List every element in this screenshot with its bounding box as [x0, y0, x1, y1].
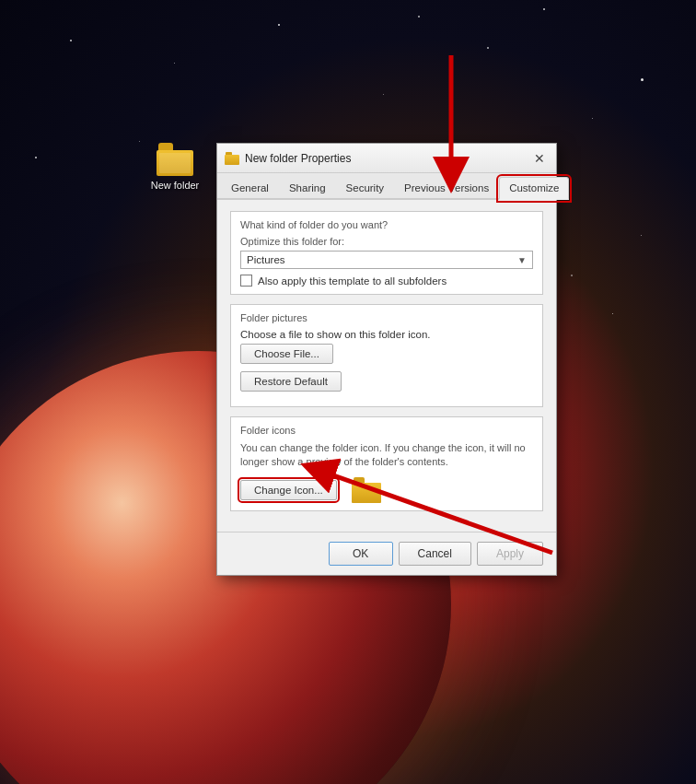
desktop: New folder New folder Properties ✕ Gener…: [0, 0, 696, 784]
tab-customize[interactable]: Customize: [499, 177, 569, 200]
dialog-title: New folder Properties: [245, 152, 530, 165]
folder-preview-row: Change Icon...: [240, 477, 533, 503]
dialog-content: What kind of folder do you want? Optimiz…: [217, 200, 556, 532]
tab-previous-versions[interactable]: Previous Versions: [394, 177, 499, 198]
icon-label: New folder: [151, 180, 200, 191]
tab-sharing[interactable]: Sharing: [279, 177, 336, 198]
dropdown-value: Pictures: [247, 254, 517, 265]
dialog-titlebar: New folder Properties ✕: [217, 144, 556, 173]
tab-security[interactable]: Security: [336, 177, 395, 198]
section3-description: You can change the folder icon. If you c…: [240, 441, 533, 470]
dialog-footer: OK Cancel Apply: [217, 532, 556, 575]
apply-subfolders-row: Also apply this template to all subfolde…: [240, 275, 533, 287]
section3-title: Folder icons: [240, 425, 533, 436]
folder-icons-section: Folder icons You can change the folder i…: [230, 416, 543, 511]
ok-button[interactable]: OK: [329, 542, 393, 566]
close-button[interactable]: ✕: [530, 149, 549, 168]
apply-subfolders-checkbox[interactable]: [240, 275, 252, 287]
title-folder-icon: [225, 152, 239, 165]
desktop-icon-new-folder[interactable]: New folder: [143, 143, 207, 191]
folder-pictures-section: Folder pictures Choose a file to show on…: [230, 304, 543, 407]
apply-subfolders-label: Also apply this template to all subfolde…: [258, 275, 447, 287]
tab-general[interactable]: General: [221, 177, 279, 198]
folder-icon: [157, 143, 193, 176]
apply-button[interactable]: Apply: [477, 542, 543, 566]
dropdown-arrow-icon: ▼: [517, 255, 527, 265]
section2-title: Folder pictures: [240, 312, 533, 323]
change-icon-button[interactable]: Change Icon...: [240, 480, 337, 500]
properties-dialog: New folder Properties ✕ General Sharing …: [216, 143, 557, 576]
section1-title: What kind of folder do you want?: [240, 219, 533, 230]
optimize-label: Optimize this folder for:: [240, 236, 533, 247]
folder-icon-preview: [352, 477, 381, 503]
tabs-bar: General Sharing Security Previous Versio…: [217, 173, 556, 200]
cancel-button[interactable]: Cancel: [399, 542, 471, 566]
optimize-dropdown[interactable]: Pictures ▼: [240, 251, 533, 269]
restore-default-button[interactable]: Restore Default: [240, 371, 342, 392]
folder-type-section: What kind of folder do you want? Optimiz…: [230, 211, 543, 295]
pictures-btn-row: Choose File... Restore Default: [240, 344, 533, 392]
choose-file-button[interactable]: Choose File...: [240, 344, 333, 364]
section2-subtitle: Choose a file to show on this folder ico…: [240, 329, 533, 340]
